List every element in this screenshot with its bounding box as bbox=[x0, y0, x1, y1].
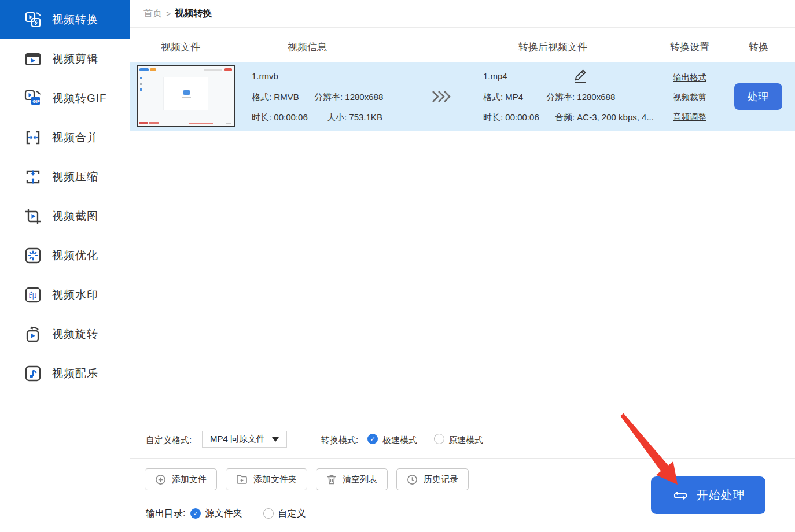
sidebar-item-video-merge[interactable]: 视频合并 bbox=[0, 118, 130, 157]
app-window: 视频转换 视频剪辑 GIF bbox=[0, 0, 795, 532]
sidebar: 视频转换 视频剪辑 GIF bbox=[0, 0, 130, 532]
output-audio: 音频: AC-3, 200 kbps, 4... bbox=[555, 112, 654, 123]
toolbar-button-label: 添加文件夹 bbox=[253, 474, 297, 485]
output-directory-label: 输出目录: bbox=[146, 508, 185, 520]
custom-format-label: 自定义格式: bbox=[146, 435, 192, 446]
video-thumbnail[interactable] bbox=[137, 65, 235, 127]
output-format-link[interactable]: 输出格式 bbox=[673, 72, 706, 83]
video-optimize-icon bbox=[23, 246, 43, 265]
content-area: 首页 > 视频转换 视频文件 视频信息 转换后视频文件 转换设置 转换 1.rm… bbox=[130, 0, 795, 532]
add-folder-button[interactable]: 添加文件夹 bbox=[226, 468, 307, 490]
video-merge-icon bbox=[23, 128, 43, 147]
source-duration: 时长: 00:00:06 bbox=[252, 112, 308, 123]
file-row: 1.rmvb 格式: RMVB 分辨率: 1280x688 时长: 00:00:… bbox=[130, 62, 795, 131]
sidebar-item-video-to-gif[interactable]: GIF 视频转GIF bbox=[0, 79, 130, 118]
svg-text:印: 印 bbox=[29, 291, 37, 300]
fast-mode-label[interactable]: 极速模式 bbox=[382, 435, 417, 446]
trash-icon bbox=[326, 474, 337, 485]
sidebar-item-video-clip[interactable]: 视频剪辑 bbox=[0, 39, 130, 79]
video-compress-icon bbox=[23, 167, 43, 187]
breadcrumb-current: 视频转换 bbox=[175, 8, 212, 20]
source-folder-radio[interactable]: ✓ bbox=[190, 508, 201, 519]
caret-down-icon bbox=[272, 437, 279, 442]
sidebar-item-video-convert[interactable]: 视频转换 bbox=[0, 0, 130, 39]
clear-list-button[interactable]: 清空列表 bbox=[316, 468, 388, 490]
column-header-video-info: 视频信息 bbox=[288, 40, 327, 54]
start-processing-button[interactable]: 开始处理 bbox=[651, 476, 765, 514]
custom-folder-label[interactable]: 自定义 bbox=[278, 508, 306, 520]
sidebar-item-label: 视频配乐 bbox=[52, 366, 98, 381]
sidebar-item-label: 视频剪辑 bbox=[52, 51, 98, 66]
sidebar-item-label: 视频转GIF bbox=[52, 91, 107, 106]
video-rotate-icon bbox=[23, 324, 43, 344]
original-speed-mode-label[interactable]: 原速模式 bbox=[448, 435, 483, 446]
column-header-convert: 转换 bbox=[749, 40, 768, 54]
clock-icon bbox=[407, 474, 418, 485]
sidebar-item-video-optimize[interactable]: 视频优化 bbox=[0, 236, 130, 275]
arrow-right-icon bbox=[431, 90, 454, 106]
video-music-icon bbox=[23, 364, 43, 383]
format-select[interactable]: MP4 同原文件 bbox=[202, 431, 287, 448]
options-row: 自定义格式: MP4 同原文件 转换模式: ✓ 极速模式 原速模式 bbox=[130, 431, 795, 448]
sidebar-item-label: 视频截图 bbox=[52, 209, 98, 224]
breadcrumb: 首页 > 视频转换 bbox=[130, 0, 795, 28]
repeat-icon bbox=[672, 489, 689, 503]
original-speed-mode-radio[interactable] bbox=[434, 434, 444, 444]
toolbar-button-label: 历史记录 bbox=[424, 474, 458, 485]
video-to-gif-icon: GIF bbox=[23, 88, 43, 108]
sidebar-item-video-music[interactable]: 视频配乐 bbox=[0, 354, 130, 393]
convert-mode-label: 转换模式: bbox=[321, 435, 358, 446]
source-filesize: 大小: 753.1KB bbox=[327, 112, 382, 123]
sidebar-item-label: 视频压缩 bbox=[52, 169, 98, 184]
sidebar-item-label: 视频优化 bbox=[52, 248, 98, 263]
add-folder-icon bbox=[236, 474, 248, 485]
video-convert-icon bbox=[23, 10, 43, 29]
add-file-icon bbox=[155, 474, 166, 485]
output-resolution: 分辨率: 1280x688 bbox=[546, 92, 615, 103]
custom-folder-radio[interactable] bbox=[263, 508, 274, 519]
sidebar-item-label: 视频旋转 bbox=[52, 327, 98, 342]
toolbar-button-label: 添加文件 bbox=[172, 474, 207, 485]
toolbar: 添加文件 添加文件夹 清空列表 历史记录 bbox=[145, 468, 469, 490]
fast-mode-radio[interactable]: ✓ bbox=[367, 434, 378, 444]
history-button[interactable]: 历史记录 bbox=[396, 468, 469, 490]
column-header-converted-file: 转换后视频文件 bbox=[518, 40, 587, 54]
video-watermark-icon: 印 bbox=[23, 285, 43, 305]
svg-text:GIF: GIF bbox=[32, 99, 40, 104]
output-duration: 时长: 00:00:06 bbox=[483, 112, 539, 123]
output-format: 格式: MP4 bbox=[483, 92, 523, 103]
toolbar-button-label: 清空列表 bbox=[343, 474, 377, 485]
source-format: 格式: RMVB bbox=[252, 92, 299, 103]
sidebar-item-video-rotate[interactable]: 视频旋转 bbox=[0, 315, 130, 354]
divider bbox=[130, 458, 795, 459]
sidebar-item-label: 视频转换 bbox=[52, 12, 98, 27]
sidebar-item-video-watermark[interactable]: 印 视频水印 bbox=[0, 275, 130, 315]
breadcrumb-separator: > bbox=[166, 9, 171, 19]
output-directory-row: 输出目录: ✓ 源文件夹 自定义 bbox=[146, 507, 306, 520]
sidebar-item-label: 视频水印 bbox=[52, 287, 98, 302]
audio-adjust-link[interactable]: 音频调整 bbox=[673, 112, 706, 123]
format-select-value: MP4 同原文件 bbox=[210, 434, 272, 445]
column-header-video-file: 视频文件 bbox=[161, 40, 200, 54]
edit-filename-icon[interactable] bbox=[572, 67, 589, 87]
video-crop-link[interactable]: 视频裁剪 bbox=[673, 92, 706, 103]
output-filename: 1.mp4 bbox=[483, 71, 507, 81]
source-resolution: 分辨率: 1280x688 bbox=[314, 92, 383, 103]
table-header: 视频文件 视频信息 转换后视频文件 转换设置 转换 bbox=[130, 28, 795, 61]
sidebar-item-video-screenshot[interactable]: 视频截图 bbox=[0, 197, 130, 236]
process-button[interactable]: 处理 bbox=[734, 83, 782, 110]
sidebar-item-video-compress[interactable]: 视频压缩 bbox=[0, 157, 130, 197]
breadcrumb-home-link[interactable]: 首页 bbox=[143, 8, 162, 20]
video-screenshot-icon bbox=[23, 206, 43, 226]
add-file-button[interactable]: 添加文件 bbox=[145, 468, 217, 490]
start-processing-label: 开始处理 bbox=[697, 487, 745, 503]
source-folder-label[interactable]: 源文件夹 bbox=[205, 508, 242, 520]
source-filename: 1.rmvb bbox=[252, 71, 278, 81]
column-header-convert-settings: 转换设置 bbox=[670, 40, 709, 54]
video-clip-icon bbox=[23, 49, 43, 69]
sidebar-item-label: 视频合并 bbox=[52, 130, 98, 145]
